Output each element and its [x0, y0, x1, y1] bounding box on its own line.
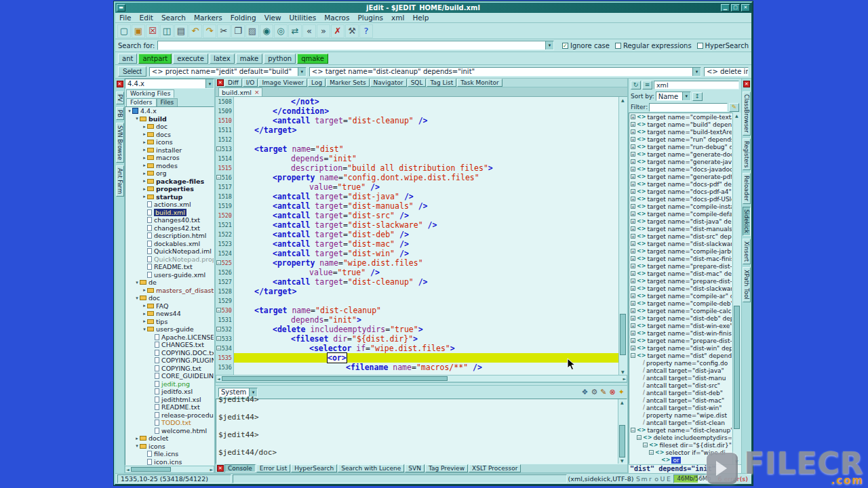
project-version-combo[interactable]: 4.4.x: [125, 79, 214, 89]
expand-handle-icon[interactable]: +: [631, 338, 635, 343]
dock-tab-pb[interactable]: PB: [116, 107, 124, 120]
structure-item[interactable]: +<>target name="compile-calcul: [629, 307, 732, 314]
expand-handle-icon[interactable]: ▸: [142, 311, 147, 317]
print-icon[interactable]: ▤: [174, 24, 188, 38]
tree-item-icon-icns[interactable]: icon.icns: [125, 458, 214, 466]
structure-item[interactable]: +<>target name="prepare-dist-m: [629, 262, 732, 270]
dock-tab-hypersearch[interactable]: HyperSearch: [291, 464, 337, 472]
code-line[interactable]: <property name="wipe.dist.files": [234, 258, 618, 268]
dock-tab-diff[interactable]: Diff: [224, 79, 242, 87]
options-icon[interactable]: ≡: [642, 81, 652, 89]
find-next-icon[interactable]: ◎: [274, 24, 288, 38]
collapse-handle-icon[interactable]: −: [631, 428, 635, 432]
project-tree-horizontal-scrollbar[interactable]: [125, 466, 214, 473]
structure-item[interactable]: +<>target name="docs-pdf-USle: [629, 195, 732, 203]
structure-item[interactable]: /property name="wipe.dist: [629, 411, 732, 419]
dock-tab-sql[interactable]: SQL: [408, 79, 427, 87]
dock-tab-pv[interactable]: PV: [116, 92, 124, 104]
structure-item[interactable]: /antcall target="dist-win": [629, 404, 732, 411]
tree-item-changes-txt[interactable]: CHANGES.txt: [125, 341, 214, 349]
target-combo-arrow-icon[interactable]: [692, 68, 701, 76]
structure-item[interactable]: +<>target name="run" depends=: [629, 136, 732, 143]
structure-item[interactable]: /antcall target="dist-java": [629, 367, 732, 374]
structure-item[interactable]: +<>target name="compile-jarbu: [629, 247, 732, 255]
dock-tab-classbrowser[interactable]: ClassBrowser: [743, 92, 751, 136]
tree-item-users-guide[interactable]: ▾users-guide: [125, 325, 214, 333]
expand-handle-icon[interactable]: +: [631, 182, 635, 186]
code-line[interactable]: <antcall target="dist-win" />: [234, 249, 618, 258]
error-count-badge[interactable]: 6 error(s): [717, 475, 749, 483]
code-line[interactable]: <filename name="macros/**" />: [234, 363, 618, 372]
title-bar[interactable]: ▬ jEdit - $JEDIT_HOME/build.xml ▁ ▢ ✕: [115, 3, 751, 13]
fold-handle-icon[interactable]: −: [216, 308, 221, 312]
expand-handle-icon[interactable]: ▸: [142, 140, 147, 145]
tree-item-tips[interactable]: ▸tips: [125, 318, 214, 326]
ant-target-python[interactable]: python: [264, 54, 296, 64]
expand-handle-icon[interactable]: ▸: [142, 178, 147, 184]
checkbox-regular-expressions[interactable]: Regular expressions: [615, 42, 692, 49]
tree-item-welcome-html[interactable]: welcome.html: [125, 427, 214, 435]
tree-item-docs[interactable]: ▸docs: [125, 131, 214, 139]
sidekick-mode-field[interactable]: xml: [654, 81, 739, 89]
code-line[interactable]: depends="init">: [234, 315, 618, 325]
checkbox-box-icon[interactable]: [615, 43, 621, 49]
structure-item[interactable]: +<>target name="compile-textAr: [629, 113, 732, 121]
project-combo-arrow-icon[interactable]: [298, 68, 306, 76]
structure-item[interactable]: +<>target name="dist-mac-finish: [629, 255, 732, 262]
code-line[interactable]: <antcall target="dist-java" />: [234, 192, 618, 201]
tree-item-dockables-xml[interactable]: dockables.xml: [125, 240, 214, 248]
dock-tab-log[interactable]: Log: [308, 79, 326, 87]
expand-handle-icon[interactable]: +: [631, 286, 635, 291]
expand-handle-icon[interactable]: ▸: [142, 319, 147, 324]
structure-item[interactable]: +<>target name="generate-doc: [629, 150, 732, 158]
expand-handle-icon[interactable]: +: [631, 346, 635, 350]
expand-handle-icon[interactable]: ▸: [142, 124, 147, 129]
tree-item-file-icns[interactable]: file.icns: [125, 450, 214, 458]
new-file-icon[interactable]: ▢: [117, 24, 131, 38]
collapse-handle-icon[interactable]: −: [643, 443, 648, 447]
status-flag-m[interactable]: m: [642, 475, 648, 483]
tree-item-masters-of-disast[interactable]: ▸masters_of_disast: [125, 287, 214, 295]
structure-item[interactable]: +<>target name="dist-src" depe: [629, 232, 732, 240]
structure-item[interactable]: −<>target name="dist-cleanup": [629, 426, 732, 434]
shift-left-icon[interactable]: «: [302, 24, 316, 38]
tree-item-icons[interactable]: ▾icons: [125, 443, 214, 451]
structure-item[interactable]: +<>target name="build-textArea: [629, 128, 732, 136]
structure-item[interactable]: +<>target name="run-debug" de: [629, 143, 732, 150]
status-flag-r[interactable]: r: [648, 475, 654, 483]
tree-item-release-procedure-txt[interactable]: release-procedure.txt: [125, 411, 214, 420]
expand-handle-icon[interactable]: ▾: [142, 327, 147, 332]
structure-item[interactable]: +<>target name="dist-manuals": [629, 225, 732, 232]
structure-item[interactable]: <>or: [629, 456, 732, 464]
project-version-arrow-icon[interactable]: [205, 79, 214, 88]
tab-files[interactable]: Files: [157, 98, 178, 106]
expand-handle-icon[interactable]: +: [631, 301, 635, 306]
close-buffer-icon[interactable]: ☒: [146, 24, 159, 38]
expand-handle-icon[interactable]: ▸: [142, 131, 147, 137]
tree-item-doc[interactable]: ▾doc: [125, 294, 214, 302]
structure-item[interactable]: /antcall target="dist-manu: [629, 374, 732, 382]
structure-item[interactable]: /antcall target="dist-src": [629, 382, 732, 389]
find-icon[interactable]: ◉: [260, 24, 273, 38]
tree-item-doc[interactable]: ▸doc: [125, 123, 214, 131]
target-element-value[interactable]: <> target name="dist-cleanup" depends="i…: [310, 68, 692, 75]
utilities-icon[interactable]: ⚒: [345, 24, 359, 38]
structure-item[interactable]: +<>target name="dist-win-exe" u: [629, 322, 732, 329]
delete-element-value[interactable]: <> delete inclu: [705, 68, 748, 75]
structure-item[interactable]: /property name="config.do: [629, 359, 732, 367]
code-line[interactable]: <target name="dist-cleanup": [234, 306, 618, 315]
ant-target-execute[interactable]: execute: [173, 54, 208, 64]
console-clear-icon[interactable]: ✦: [618, 388, 625, 396]
expand-handle-icon[interactable]: +: [631, 323, 635, 328]
dock-tab-image-viewer[interactable]: Image Viewer: [258, 79, 307, 87]
structure-item[interactable]: +<>target name="dist-slackware: [629, 240, 732, 247]
menu-plugins[interactable]: Plugins: [353, 14, 387, 22]
expand-handle-icon[interactable]: +: [631, 115, 635, 119]
structure-item[interactable]: +<>target name="dist-win" depe: [629, 344, 732, 352]
code-line[interactable]: <antcall target="dist-mac" />: [234, 239, 618, 249]
menu-macros[interactable]: Macros: [320, 14, 353, 22]
code-line[interactable]: value="true" />: [234, 268, 618, 277]
menu-markers[interactable]: Markers: [190, 14, 226, 22]
dock-tab-navigator[interactable]: Navigator: [370, 79, 407, 87]
help-icon[interactable]: ?: [359, 24, 373, 38]
